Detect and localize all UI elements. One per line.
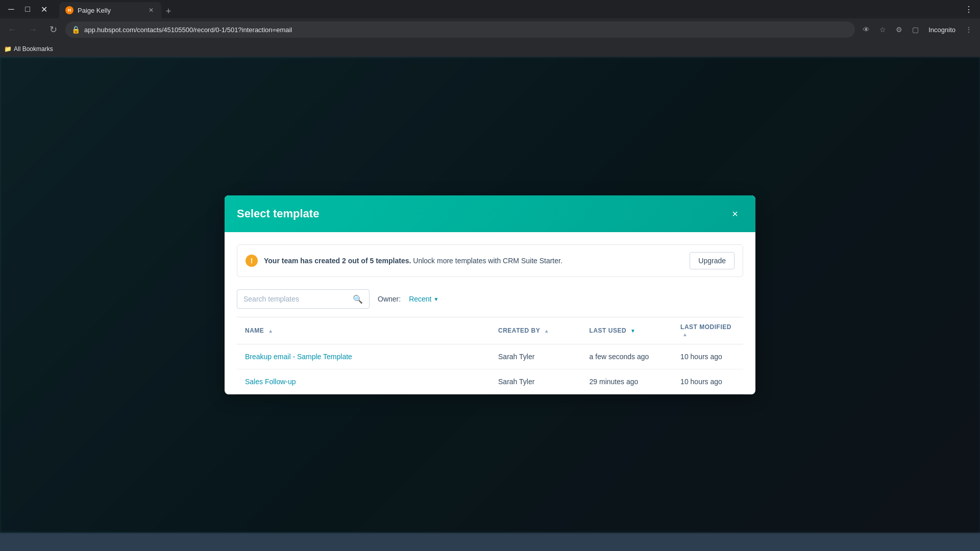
templates-table: NAME ▲ CREATED BY ▲ LAST USED ▼: [237, 317, 743, 394]
upgrade-button[interactable]: Upgrade: [690, 252, 734, 269]
window-controls: ─ □ ✕: [4, 2, 51, 16]
last-modified-cell: 10 hours ago: [672, 369, 743, 394]
last-modified-cell: 10 hours ago: [672, 344, 743, 369]
page-background: Select template × ! Your team has create…: [0, 57, 980, 533]
address-bar[interactable]: 🔒 app.hubspot.com/contacts/45105500/reco…: [65, 21, 855, 38]
banner-message-unlock: Unlock more templates with CRM Suite Sta…: [413, 257, 562, 265]
toolbar-actions: 👁 ☆ ⚙ ▢: [859, 22, 922, 37]
template-name-link[interactable]: Sales Follow-up: [245, 378, 296, 386]
security-lock-icon: 🔒: [71, 26, 80, 34]
tab-close-button[interactable]: ✕: [147, 6, 155, 14]
modal-header: Select template ×: [225, 195, 755, 232]
browser-settings-icon[interactable]: ⋮: [962, 22, 976, 37]
last-used-cell: a few seconds ago: [581, 344, 673, 369]
maximize-button[interactable]: □: [20, 2, 35, 16]
table-body: Breakup email - Sample Template Sarah Ty…: [237, 344, 743, 394]
modal-title: Select template: [237, 207, 319, 220]
minimize-button[interactable]: ─: [4, 2, 18, 16]
eyedropper-icon[interactable]: 👁: [859, 22, 873, 37]
search-box: 🔍: [237, 289, 370, 309]
tab-favicon: H: [65, 6, 74, 14]
created-by-cell: Sarah Tyler: [490, 369, 581, 394]
modal-overlay: Select template × ! Your team has create…: [0, 57, 980, 533]
modal-close-button[interactable]: ×: [727, 206, 743, 222]
search-input[interactable]: [243, 295, 349, 303]
profile-area[interactable]: Incognito: [926, 26, 958, 34]
owner-value: Recent: [409, 295, 431, 303]
banner-message-part1: Your team has created 2 out of 5 templat…: [264, 257, 411, 265]
col-header-last-modified[interactable]: LAST MODIFIED ▲: [672, 317, 743, 344]
browser-titlebar: ─ □ ✕ H Paige Kelly ✕ + ⋮: [0, 0, 980, 18]
col-header-created-by[interactable]: CREATED BY ▲: [490, 317, 581, 344]
folder-icon: 📁: [4, 45, 12, 53]
tab-title: Paige Kelly: [78, 7, 143, 14]
new-tab-button[interactable]: +: [161, 4, 176, 18]
col-header-name[interactable]: NAME ▲: [237, 317, 490, 344]
template-name-cell: Sales Follow-up: [237, 369, 490, 394]
sort-created-icon: ▲: [544, 328, 549, 334]
owner-label: Owner:: [378, 295, 401, 303]
template-name-link[interactable]: Breakup email - Sample Template: [245, 353, 352, 361]
table-header: NAME ▲ CREATED BY ▲ LAST USED ▼: [237, 317, 743, 344]
template-name-cell: Breakup email - Sample Template: [237, 344, 490, 369]
bookmarks-folder[interactable]: 📁 All Bookmarks: [4, 45, 53, 53]
sort-last-used-icon: ▼: [630, 328, 635, 334]
bookmarks-bar: 📁 All Bookmarks: [0, 41, 980, 57]
extensions-icon[interactable]: ⚙: [892, 22, 906, 37]
bookmarks-label: All Bookmarks: [14, 45, 53, 53]
reload-button[interactable]: ↻: [45, 21, 61, 38]
table-row: Sales Follow-up Sarah Tyler 29 minutes a…: [237, 369, 743, 394]
tab-bar: H Paige Kelly ✕ +: [55, 0, 180, 18]
col-header-last-used[interactable]: LAST USED ▼: [581, 317, 673, 344]
browser-chrome: ─ □ ✕ H Paige Kelly ✕ + ⋮ ← → ↻ 🔒 app.hu…: [0, 0, 980, 57]
info-banner: ! Your team has created 2 out of 5 templ…: [237, 244, 743, 277]
warning-icon: !: [246, 255, 258, 267]
url-text: app.hubspot.com/contacts/45105500/record…: [84, 26, 849, 34]
back-button[interactable]: ←: [4, 21, 20, 38]
modal-body: ! Your team has created 2 out of 5 templ…: [225, 232, 755, 394]
dropdown-arrow-icon: ▼: [433, 296, 438, 302]
browser-menu-button[interactable]: ⋮: [962, 2, 976, 16]
search-icon: 🔍: [353, 294, 363, 304]
owner-dropdown[interactable]: Recent ▼: [409, 295, 438, 303]
sort-last-modified-icon: ▲: [682, 332, 688, 337]
banner-text: Your team has created 2 out of 5 templat…: [264, 257, 683, 265]
omnibar-row: ← → ↻ 🔒 app.hubspot.com/contacts/4510550…: [0, 18, 980, 41]
created-by-cell: Sarah Tyler: [490, 344, 581, 369]
filter-row: 🔍 Owner: Recent ▼: [237, 289, 743, 309]
bookmark-icon[interactable]: ☆: [875, 22, 890, 37]
incognito-label: Incognito: [928, 26, 955, 34]
last-used-cell: 29 minutes ago: [581, 369, 673, 394]
active-tab[interactable]: H Paige Kelly ✕: [59, 2, 161, 18]
table-row: Breakup email - Sample Template Sarah Ty…: [237, 344, 743, 369]
select-template-modal: Select template × ! Your team has create…: [225, 195, 755, 394]
close-window-button[interactable]: ✕: [37, 2, 51, 16]
sort-name-icon: ▲: [268, 328, 273, 334]
forward-button[interactable]: →: [24, 21, 41, 38]
window-icon[interactable]: ▢: [908, 22, 922, 37]
